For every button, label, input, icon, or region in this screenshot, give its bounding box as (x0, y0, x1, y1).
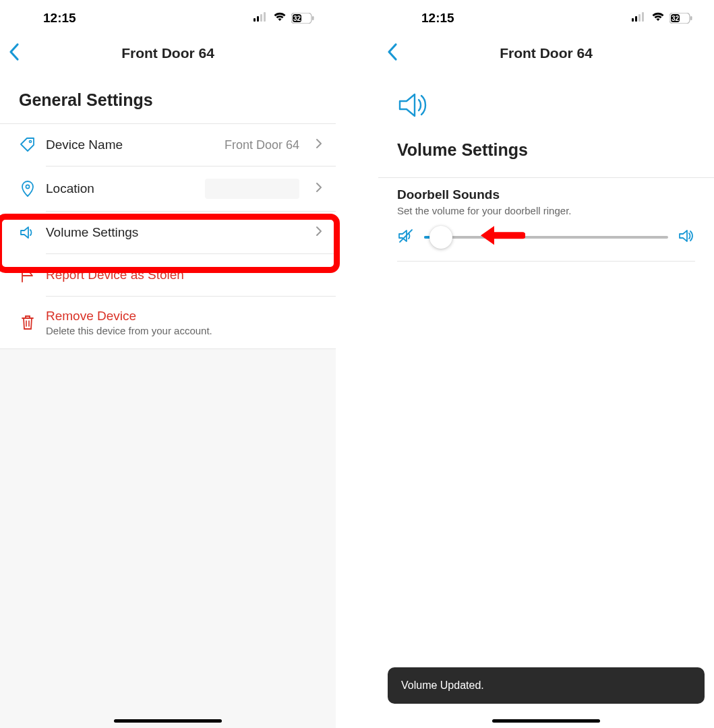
svg-rect-12 (638, 14, 641, 22)
home-indicator (114, 719, 222, 723)
svg-rect-11 (635, 16, 637, 22)
svg-rect-3 (264, 12, 266, 22)
svg-rect-15 (690, 16, 692, 20)
status-icons: 32 (254, 12, 314, 24)
svg-rect-0 (254, 18, 256, 22)
chevron-right-icon (316, 138, 322, 152)
row-label: Volume Settings (46, 225, 306, 240)
chevron-right-icon (316, 182, 322, 195)
location-pin-icon (19, 180, 36, 198)
toast-text: Volume Updated. (401, 679, 484, 691)
row-label: Remove Device (46, 309, 322, 324)
row-label: Device Name (46, 138, 215, 152)
status-icons: 32 (632, 12, 692, 24)
cellular-icon (632, 12, 647, 24)
volume-title: Volume Settings (378, 128, 714, 177)
tag-icon (19, 136, 36, 154)
wifi-icon (273, 12, 287, 24)
slider-subtitle: Set the volume for your doorbell ringer. (397, 205, 695, 216)
flag-icon (19, 266, 36, 284)
status-bar: 12:15 32 (378, 0, 714, 36)
status-time: 12:15 (421, 11, 454, 26)
wifi-icon (651, 12, 665, 24)
trash-icon (19, 314, 36, 332)
home-indicator (492, 719, 600, 723)
svg-text:32: 32 (293, 15, 301, 22)
svg-point-9 (26, 185, 29, 188)
screen-general-settings: 12:15 32 Front Door 64 Genera (0, 0, 336, 728)
volume-muted-icon (397, 227, 415, 247)
volume-icon (19, 224, 36, 241)
nav-header: Front Door 64 (378, 36, 714, 70)
page-title: Front Door 64 (11, 45, 325, 61)
row-report-stolen[interactable]: Report Device as Stolen (0, 254, 336, 296)
row-label: Report Device as Stolen (46, 268, 322, 282)
row-volume-settings[interactable]: Volume Settings (0, 212, 336, 253)
svg-rect-1 (257, 16, 259, 22)
nav-header: Front Door 64 (0, 36, 336, 70)
empty-fill (378, 264, 714, 728)
volume-slider[interactable] (424, 236, 668, 239)
screen-volume-settings: 12:15 32 Front Door 64 (378, 0, 714, 728)
row-device-name[interactable]: Device Name Front Door 64 (0, 124, 336, 166)
battery-icon: 32 (670, 13, 692, 24)
row-value: Front Door 64 (225, 138, 299, 152)
volume-max-icon (678, 227, 695, 247)
row-label: Location (46, 181, 196, 196)
battery-icon: 32 (291, 13, 314, 24)
row-remove-device[interactable]: Remove Device Delete this device from yo… (0, 297, 336, 349)
svg-rect-2 (260, 14, 262, 22)
chevron-right-icon (316, 226, 322, 239)
slider-thumb[interactable] (429, 226, 452, 249)
section-title: General Settings (0, 70, 336, 123)
slider-title: Doorbell Sounds (397, 187, 695, 202)
svg-rect-10 (632, 18, 634, 22)
toast-volume-updated: Volume Updated. (388, 667, 705, 704)
volume-hero-icon (378, 70, 714, 128)
back-button[interactable] (8, 42, 20, 64)
row-location[interactable]: Location (0, 166, 336, 211)
row-sublabel: Delete this device from your account. (46, 325, 322, 336)
svg-point-8 (29, 140, 31, 142)
svg-rect-5 (312, 16, 314, 20)
slider-row (397, 216, 695, 262)
row-value-masked (205, 179, 299, 199)
back-button[interactable] (386, 42, 398, 64)
svg-text:32: 32 (672, 15, 680, 22)
cellular-icon (254, 12, 268, 24)
page-title: Front Door 64 (389, 45, 703, 61)
doorbell-sounds-section: Doorbell Sounds Set the volume for your … (378, 177, 714, 264)
svg-rect-13 (642, 12, 644, 22)
status-time: 12:15 (43, 11, 76, 26)
empty-fill (0, 349, 336, 728)
status-bar: 12:15 32 (0, 0, 336, 36)
